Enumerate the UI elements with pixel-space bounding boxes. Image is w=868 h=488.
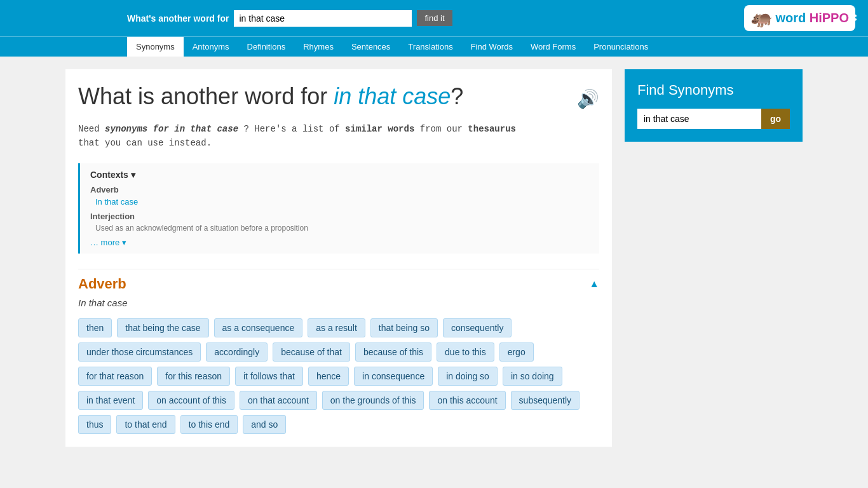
main-container: What is another word for in that case? 🔊… bbox=[53, 57, 815, 459]
sidebar: Find Synonyms go bbox=[625, 69, 803, 447]
tab-sentences[interactable]: Sentences bbox=[342, 37, 399, 57]
tab-pronunciations[interactable]: Pronunciations bbox=[585, 37, 657, 57]
tag-cloud: thenthat being the caseas a consequencea… bbox=[78, 318, 599, 434]
logo-hippo: HiPPO bbox=[810, 11, 849, 25]
tag-item[interactable]: subsequently bbox=[511, 391, 580, 410]
tag-item[interactable]: on account of this bbox=[148, 391, 234, 410]
content-area: What is another word for in that case? 🔊… bbox=[65, 69, 612, 447]
tab-synonyms[interactable]: Synonyms bbox=[127, 37, 184, 57]
title-prefix: What is another word for bbox=[78, 83, 327, 109]
synonym-search-row: go bbox=[637, 109, 790, 129]
desc-prefix: Need bbox=[78, 124, 100, 134]
tag-item[interactable]: to that end bbox=[116, 415, 175, 434]
page-title: What is another word for in that case? bbox=[78, 82, 463, 112]
contexts-header[interactable]: Contexts ▾ bbox=[90, 170, 589, 180]
tag-item[interactable]: and so bbox=[243, 415, 286, 434]
tag-item[interactable]: in that event bbox=[78, 391, 143, 410]
desc-thesaurus: thesaurus bbox=[468, 124, 516, 134]
find-synonyms-title: Find Synonyms bbox=[637, 82, 790, 98]
tag-item[interactable]: due to this bbox=[437, 342, 494, 362]
logo-word: word bbox=[775, 11, 806, 25]
context-item-interjection: Used as an acknowledgment of a situation… bbox=[90, 224, 589, 233]
adverb-title: Adverb bbox=[78, 276, 126, 292]
top-bar-label: What's another word for bbox=[127, 13, 229, 24]
description: Need synonyms for in that case ? Here's … bbox=[78, 122, 599, 151]
top-search-input[interactable] bbox=[234, 10, 412, 27]
tag-item[interactable]: then bbox=[78, 318, 112, 337]
tag-item[interactable]: in consequence bbox=[354, 367, 433, 386]
title-highlight: in that case bbox=[334, 83, 451, 109]
tag-item[interactable]: on that account bbox=[240, 391, 317, 410]
top-find-button[interactable]: find it bbox=[417, 10, 452, 26]
tab-find-words[interactable]: Find Words bbox=[462, 37, 522, 57]
tag-item[interactable]: ergo bbox=[499, 342, 534, 362]
hippo-icon: 🦛 bbox=[750, 8, 773, 29]
tab-word-forms[interactable]: Word Forms bbox=[522, 37, 585, 57]
more-link[interactable]: … more ▾ bbox=[90, 238, 589, 247]
context-item-adverb[interactable]: In that case bbox=[90, 197, 589, 207]
go-button[interactable]: go bbox=[761, 109, 790, 129]
tab-definitions[interactable]: Definitions bbox=[238, 37, 295, 57]
tab-antonyms[interactable]: Antonyms bbox=[184, 37, 238, 57]
tag-item[interactable]: thus bbox=[78, 415, 111, 434]
tag-item[interactable]: under those circumstances bbox=[78, 342, 201, 362]
tag-item[interactable]: as a result bbox=[308, 318, 365, 337]
nav-tabs: Synonyms Antonyms Definitions Rhymes Sen… bbox=[0, 36, 868, 57]
desc-similar: similar words bbox=[345, 124, 414, 134]
contexts-box: Contexts ▾ Adverb In that case Interject… bbox=[78, 163, 599, 254]
tag-item[interactable]: on this account bbox=[429, 391, 505, 410]
desc-mid: ? Here's a list of bbox=[243, 124, 339, 134]
tag-item[interactable]: as a consequence bbox=[214, 318, 303, 337]
tag-item[interactable]: in so doing bbox=[503, 367, 562, 386]
tag-item[interactable]: because of that bbox=[273, 342, 350, 362]
logo-area: 🦛 word HiPPO bbox=[744, 5, 855, 31]
title-suffix: ? bbox=[451, 83, 463, 109]
desc-phrase: synonyms for in that case bbox=[105, 124, 238, 134]
tag-item[interactable]: accordingly bbox=[206, 342, 268, 362]
adverb-section-header: Adverb ▲ bbox=[78, 269, 599, 292]
tag-item[interactable]: hence bbox=[308, 367, 349, 386]
desc-suffix: that you can use instead. bbox=[78, 138, 212, 148]
tag-item[interactable]: that being the case bbox=[117, 318, 208, 337]
tag-item[interactable]: on the grounds of this bbox=[322, 391, 424, 410]
tag-item[interactable]: that being so bbox=[370, 318, 438, 337]
tag-item[interactable]: to this end bbox=[180, 415, 238, 434]
context-cat-adverb: Adverb bbox=[90, 185, 589, 194]
tab-translations[interactable]: Translations bbox=[399, 37, 461, 57]
tag-item[interactable]: it follows that bbox=[235, 367, 303, 386]
context-cat-interjection: Interjection bbox=[90, 212, 589, 221]
tag-item[interactable]: for that reason bbox=[78, 367, 152, 386]
tag-item[interactable]: for this reason bbox=[157, 367, 230, 386]
logo: 🦛 word HiPPO bbox=[744, 5, 855, 31]
sound-icon[interactable]: 🔊 bbox=[577, 88, 599, 109]
desc-mid2: from our bbox=[420, 124, 463, 134]
synonym-search-input[interactable] bbox=[637, 109, 761, 129]
title-row: What is another word for in that case? 🔊 bbox=[78, 82, 599, 122]
top-bar: What's another word for find it 🦛 word H… bbox=[0, 0, 868, 36]
find-synonyms-box: Find Synonyms go bbox=[625, 69, 803, 142]
tag-item[interactable]: consequently bbox=[443, 318, 512, 337]
collapse-icon[interactable]: ▲ bbox=[589, 278, 599, 290]
star-icon[interactable]: ✱ bbox=[847, 10, 858, 25]
logo-text: word HiPPO bbox=[775, 11, 849, 25]
tag-item[interactable]: in doing so bbox=[438, 367, 498, 386]
adverb-subtitle: In that case bbox=[78, 297, 599, 308]
tab-rhymes[interactable]: Rhymes bbox=[294, 37, 342, 57]
tag-item[interactable]: because of this bbox=[355, 342, 431, 362]
